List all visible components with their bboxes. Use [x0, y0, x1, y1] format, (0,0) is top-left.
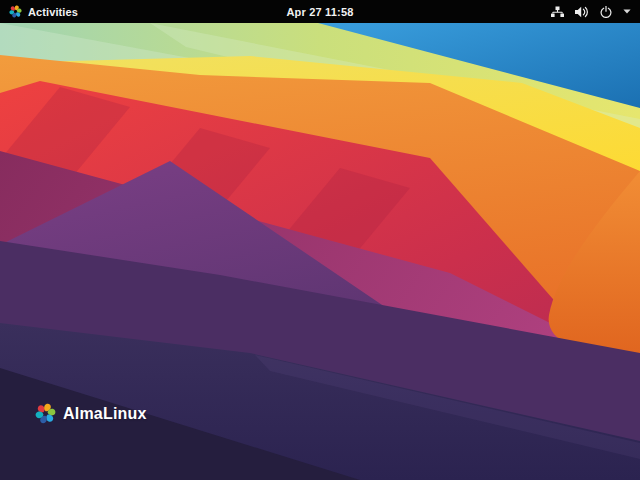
caret-down-icon [623, 9, 631, 14]
almalinux-logo-icon [35, 403, 56, 424]
system-tray[interactable] [542, 0, 640, 23]
almalinux-pinwheel-icon [9, 5, 22, 18]
activities-button[interactable]: Activities [0, 0, 87, 23]
activities-label: Activities [28, 6, 78, 18]
network-wired-icon [551, 6, 564, 18]
power-icon [600, 6, 612, 18]
volume-icon [575, 6, 589, 18]
brand-name: AlmaLinux [63, 405, 147, 423]
top-bar: Activities Apr 27 11:58 [0, 0, 640, 23]
almalinux-brand: AlmaLinux [35, 403, 147, 424]
clock-text: Apr 27 11:58 [286, 6, 353, 18]
